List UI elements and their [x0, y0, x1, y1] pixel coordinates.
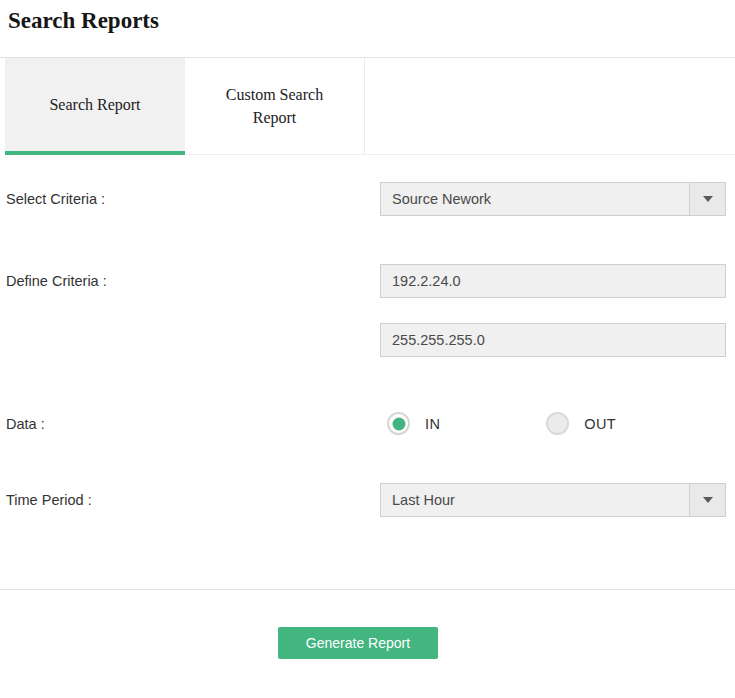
- radio-in-label: IN: [425, 416, 440, 432]
- network-address-input[interactable]: [380, 264, 726, 298]
- radio-option-in[interactable]: IN: [387, 412, 440, 435]
- subnet-mask-input[interactable]: [380, 323, 726, 357]
- tab-bar-filler: [365, 58, 735, 155]
- radio-out-label: OUT: [584, 416, 616, 432]
- radio-option-out[interactable]: OUT: [546, 412, 616, 435]
- select-criteria-dropdown[interactable]: Source Nework: [380, 182, 726, 216]
- define-criteria-label: Define Criteria :: [6, 264, 380, 289]
- data-label: Data :: [6, 407, 380, 432]
- data-radio-group: IN OUT: [380, 407, 726, 435]
- tab-bar: Search Report Custom Search Report: [0, 57, 735, 155]
- chevron-down-icon: [703, 196, 713, 202]
- define-criteria-row: Define Criteria :: [6, 264, 735, 357]
- tab-custom-search-report-label: Custom Search Report: [207, 83, 342, 129]
- tab-search-report[interactable]: Search Report: [5, 58, 185, 155]
- time-period-dropdown[interactable]: Last Hour: [380, 483, 726, 517]
- select-criteria-dropdown-button[interactable]: [689, 182, 726, 216]
- button-row: Generate Report: [0, 627, 735, 659]
- radio-in-control[interactable]: [387, 412, 410, 435]
- select-criteria-label: Select Criteria :: [6, 182, 380, 207]
- select-criteria-row: Select Criteria : Source Nework: [6, 182, 735, 216]
- chevron-down-icon: [703, 497, 713, 503]
- search-report-form: Select Criteria : Source Nework Define C…: [0, 182, 735, 517]
- generate-report-button[interactable]: Generate Report: [278, 627, 438, 659]
- time-period-label: Time Period :: [6, 483, 380, 508]
- time-period-value: Last Hour: [392, 492, 455, 508]
- time-period-dropdown-button[interactable]: [689, 483, 726, 517]
- page-title: Search Reports: [8, 8, 735, 34]
- tab-custom-search-report[interactable]: Custom Search Report: [185, 58, 365, 155]
- time-period-row: Time Period : Last Hour: [6, 483, 735, 517]
- tab-search-report-label: Search Report: [49, 93, 140, 116]
- bottom-divider: [0, 589, 735, 590]
- select-criteria-value: Source Nework: [392, 191, 491, 207]
- data-row: Data : IN OUT: [6, 407, 735, 435]
- radio-out-control[interactable]: [546, 412, 569, 435]
